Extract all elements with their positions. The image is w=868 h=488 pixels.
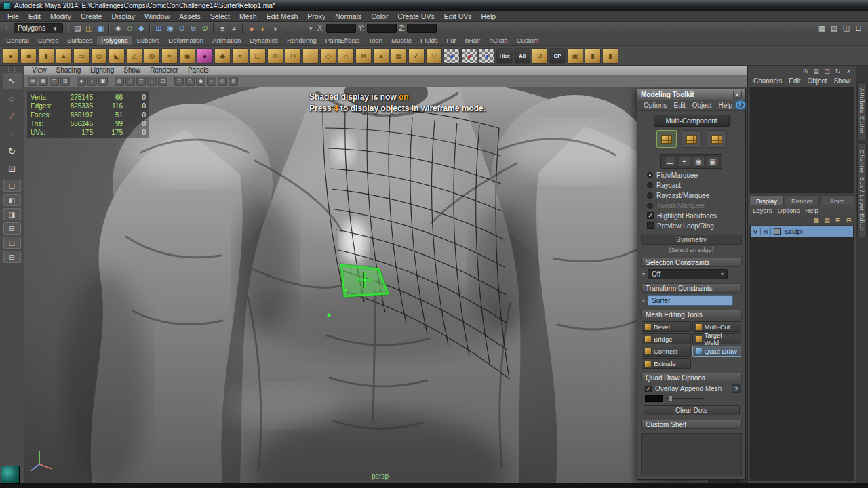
new-scene-icon[interactable]: ▤ xyxy=(72,23,83,34)
shelf-combine-icon[interactable]: ⊕ xyxy=(267,48,283,64)
shelf-poly-cone-icon[interactable]: ▲ xyxy=(56,48,72,64)
snap-to-curve-icon[interactable]: ◉ xyxy=(165,23,176,34)
layer-visibility-toggle[interactable]: V xyxy=(751,228,761,235)
collapse-arrow-icon[interactable]: ▾ xyxy=(642,298,645,304)
channel-speed-icon[interactable]: ↻ xyxy=(833,66,842,75)
section-mesh-editing-tools[interactable]: Mesh Editing Tools xyxy=(641,310,742,319)
shelf-tab-animation[interactable]: Animation xyxy=(208,36,245,45)
channel-display-icon[interactable]: ▤ xyxy=(812,66,821,75)
overlay-opacity-slider[interactable] xyxy=(666,398,705,399)
collapse-arrow-icon[interactable]: ▾ xyxy=(642,271,645,277)
channel-list-area[interactable] xyxy=(749,87,854,194)
two-d-pan-zoom-icon[interactable]: ◐ xyxy=(87,77,97,86)
shelf-smooth-icon[interactable]: ≈ xyxy=(232,48,248,64)
toggle-attribute-editor-icon[interactable]: ▤ xyxy=(829,23,840,34)
layout-single-pane-button[interactable]: ▢ xyxy=(3,180,21,192)
shelf-uv-checker-blue-icon[interactable]: ● xyxy=(443,48,460,64)
bevel-tool-button[interactable]: Bevel xyxy=(642,321,691,332)
shelf-spin-edge-icon[interactable]: ↺ xyxy=(532,48,548,64)
help-button[interactable]: ? xyxy=(732,384,741,393)
shelf-tab-custom[interactable]: Custom xyxy=(513,36,543,45)
shelf-all-button[interactable]: All xyxy=(514,48,530,64)
le-menu-help[interactable]: Help xyxy=(802,207,821,214)
lasso-select-tool[interactable]: ◌ xyxy=(3,90,22,107)
save-scene-icon[interactable]: ▣ xyxy=(95,23,106,34)
shelf-tab-curves[interactable]: Curves xyxy=(34,36,62,45)
marquee-select-icon[interactable] xyxy=(664,156,676,167)
select-object-icon[interactable]: ◇ xyxy=(124,23,135,34)
connect-tool-button[interactable]: Connect xyxy=(642,346,691,357)
shelf-tab-toon[interactable]: Toon xyxy=(364,36,387,45)
channel-manipulator-icon[interactable]: ◫ xyxy=(823,66,831,75)
construction-history-on-icon[interactable]: ≡ xyxy=(217,23,228,34)
toolkit-menu-options[interactable]: Options xyxy=(640,102,670,109)
vertex-mode-button[interactable] xyxy=(656,130,677,148)
shelf-uv-snapshot-icon[interactable]: ● xyxy=(479,48,495,64)
multi-component-button[interactable]: Multi-Component xyxy=(654,115,730,127)
cb-menu-show[interactable]: Show xyxy=(830,77,854,85)
shelf-poly-pyramid-icon[interactable]: △ xyxy=(126,48,142,64)
menu-set-selector[interactable]: Polygons ▾ xyxy=(14,23,63,33)
make-live-icon[interactable]: ⊕ xyxy=(199,23,210,34)
shelf-tab-rendering[interactable]: Rendering xyxy=(283,36,321,45)
clear-dots-button[interactable]: Clear Dots xyxy=(644,405,740,415)
shelf-extrude-icon[interactable]: ⊥ xyxy=(302,48,319,64)
lock-camera-icon[interactable]: ▦ xyxy=(39,77,48,86)
new-layer-selected-icon[interactable]: ⊟ xyxy=(844,216,853,224)
image-plane-icon[interactable]: ● xyxy=(77,77,86,86)
menu-proxy[interactable]: Proxy xyxy=(302,12,330,21)
menu-edit-uvs[interactable]: Edit UVs xyxy=(439,12,477,21)
safe-action-icon[interactable]: ⊟ xyxy=(158,77,167,86)
shaded-display-icon[interactable]: ◇ xyxy=(185,77,195,86)
textured-display-icon[interactable]: ◆ xyxy=(196,77,205,86)
shelf-cylinder2-icon[interactable]: ▮ xyxy=(585,48,601,64)
shelf-poly-plane-icon[interactable]: ▭ xyxy=(73,48,90,64)
toolkit-menu-edit[interactable]: Edit xyxy=(670,102,688,109)
raycast-option[interactable]: Raycast xyxy=(641,181,742,189)
shelf-quadrangulate-icon[interactable]: ▦ xyxy=(391,48,407,64)
menu-assets[interactable]: Assets xyxy=(174,12,205,21)
raycast-marquee-option[interactable]: Raycast/Marquee xyxy=(641,191,742,199)
menu-normals[interactable]: Normals xyxy=(330,12,366,21)
quad-draw-tool-button[interactable]: Quad Draw xyxy=(692,346,742,357)
tab-anim[interactable]: Anim xyxy=(820,195,854,205)
use-all-lights-icon[interactable]: ○ xyxy=(207,77,216,86)
snap-to-point-icon[interactable]: ⊙ xyxy=(176,23,187,34)
modeling-toolkit-titlebar[interactable]: Modeling Toolkit × xyxy=(637,89,745,100)
close-icon[interactable]: × xyxy=(733,91,742,99)
pick-marquee-option[interactable]: Pick/Marquee xyxy=(641,171,742,179)
menu-edit[interactable]: Edit xyxy=(24,12,45,21)
section-quad-draw-options[interactable]: Quad Draw Options xyxy=(641,373,742,382)
le-menu-options[interactable]: Options xyxy=(775,207,803,214)
menu-modify[interactable]: Modify xyxy=(45,12,76,21)
toggle-channelbox-icon[interactable]: ⊟ xyxy=(853,23,864,34)
shelf-cylinder3-icon[interactable]: ▮ xyxy=(602,48,618,64)
paint-select-tool[interactable]: ∕ xyxy=(3,108,22,125)
new-layer-icon[interactable]: ⊞ xyxy=(833,216,842,224)
extrude-tool-button[interactable]: Extrude xyxy=(642,358,691,369)
toolkit-menu-object[interactable]: Object xyxy=(689,102,715,109)
tab-channel-box-layer-editor[interactable]: Channel Box / Layer Editor xyxy=(857,144,867,238)
shelf-reduce-icon[interactable]: ▽ xyxy=(426,48,442,64)
shelf-poly-soccer-icon[interactable]: ◉ xyxy=(179,48,195,64)
resolution-gate-icon[interactable]: ▽ xyxy=(136,77,146,86)
layer-row-sculpt[interactable]: V R Sculpt xyxy=(751,226,853,237)
quad-draw-dot[interactable] xyxy=(344,289,347,292)
shelf-separate-icon[interactable]: ⊖ xyxy=(285,48,301,64)
construction-history-off-icon[interactable]: ≠ xyxy=(229,23,239,34)
camera-based-select-icon[interactable]: ▣ xyxy=(707,156,719,167)
shelf-poly-cylinder-icon[interactable]: ▮ xyxy=(38,48,54,64)
menu-create-uvs[interactable]: Create UVs xyxy=(393,12,439,21)
select-hierarchy-icon[interactable]: ◈ xyxy=(113,23,123,34)
shelf-uv-checker-red-icon[interactable]: ● xyxy=(461,48,477,64)
cb-menu-channels[interactable]: Channels xyxy=(750,77,785,85)
wireframe-display-icon[interactable]: ≡ xyxy=(174,77,184,86)
film-gate-icon[interactable]: △ xyxy=(125,77,135,86)
camera-attributes-icon[interactable]: ◫ xyxy=(50,77,59,86)
snap-to-grid-icon[interactable]: ⊞ xyxy=(153,23,164,34)
symmetry-collapsed-frame[interactable]: Symmetry xyxy=(641,235,742,245)
layout-persp-graph-button[interactable]: ⊟ xyxy=(3,251,21,263)
y-coordinate-input[interactable] xyxy=(367,24,397,33)
multi-cut-tool-button[interactable]: Multi-Cut xyxy=(692,321,742,332)
layer-reference-toggle[interactable]: R xyxy=(761,228,771,235)
